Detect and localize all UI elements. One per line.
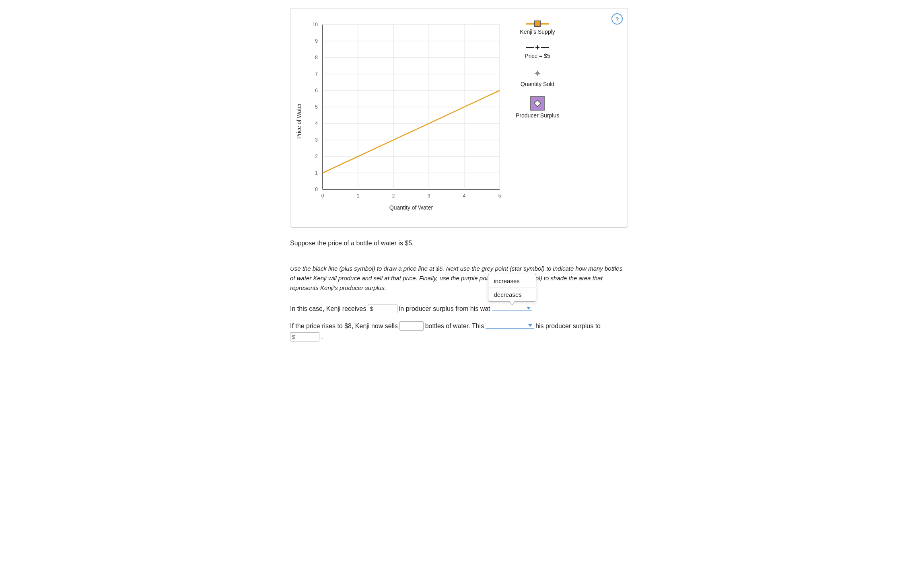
chart-legend: Kenji's Supply Price = $5 ✦ Q <box>516 21 559 127</box>
q2-text-part1: If the price rises to $8, Kenji now sell… <box>290 323 398 330</box>
question-row-1: In this case, Kenji receives $ in produc… <box>290 304 628 313</box>
suppose-text: Suppose the price of a bottle of water i… <box>290 240 628 247</box>
dropdown-trigger-2[interactable] <box>486 323 534 329</box>
legend-surplus-label: Producer Surplus <box>516 112 559 119</box>
q1-text-part2: in producer surplus from his wat <box>399 305 490 313</box>
chevron-down-icon <box>527 307 531 310</box>
chart-svg[interactable]: Price of Water <box>294 16 504 218</box>
svg-text:4: 4 <box>463 193 466 199</box>
chart-area: Price of Water <box>294 16 620 219</box>
supply-line[interactable] <box>323 90 500 173</box>
surplus-to-input[interactable] <box>297 333 319 341</box>
legend-quantity: ✦ Quantity Sold <box>516 68 559 87</box>
legend-supply-label: Kenji's Supply <box>520 29 555 35</box>
surplus-to-input-wrap[interactable]: $ <box>290 332 319 341</box>
svg-text:2: 2 <box>315 154 318 159</box>
svg-text:3: 3 <box>315 137 318 143</box>
legend-supply: Kenji's Supply <box>516 21 559 35</box>
y-axis-label: Price of Water <box>296 103 302 139</box>
chart-card: ? Price of Water <box>290 8 628 228</box>
surplus-icon <box>530 96 545 111</box>
svg-text:8: 8 <box>315 55 318 60</box>
q2-text-part3: his producer surplus to <box>535 323 601 330</box>
dropdown-popup[interactable]: increases decreases <box>488 274 536 302</box>
svg-text:1: 1 <box>315 170 318 176</box>
bottles-sold-input[interactable] <box>399 321 424 331</box>
dollar-sign-1: $ <box>368 304 375 313</box>
dropdown-container-2[interactable] <box>486 323 534 329</box>
svg-text:9: 9 <box>315 38 318 44</box>
legend-price-label: Price = $5 <box>525 53 550 59</box>
dropdown-option-decreases[interactable]: decreases <box>488 288 536 301</box>
dollar-sign-2: $ <box>290 333 297 341</box>
svg-text:2: 2 <box>392 193 395 199</box>
x-axis-label: Quantity of Water <box>389 204 433 211</box>
producer-surplus-input-wrap[interactable]: $ <box>368 304 397 313</box>
q2-end: . <box>321 333 323 341</box>
dropdown-option-increases[interactable]: increases <box>488 274 536 288</box>
producer-surplus-input[interactable] <box>375 304 397 313</box>
supply-icon <box>526 21 549 27</box>
q2-text-part2: bottles of water. This <box>425 323 484 330</box>
svg-text:10: 10 <box>313 22 318 27</box>
legend-price: Price = $5 <box>516 44 559 59</box>
question-row-2: If the price rises to $8, Kenji now sell… <box>290 321 628 341</box>
svg-text:3: 3 <box>428 193 430 199</box>
dropdown-trigger[interactable] <box>492 306 532 311</box>
legend-surplus: Producer Surplus <box>516 96 559 119</box>
svg-text:0: 0 <box>321 193 324 199</box>
chevron-down-icon-2 <box>528 324 532 327</box>
dropdown-container[interactable]: increases decreases <box>492 306 532 311</box>
svg-text:7: 7 <box>315 71 318 77</box>
svg-text:1: 1 <box>357 193 360 199</box>
svg-text:5: 5 <box>498 193 501 199</box>
instruction-text: Use the black line (plus symbol) to draw… <box>290 264 628 293</box>
svg-text:6: 6 <box>315 88 318 93</box>
qty-icon: ✦ <box>533 68 541 79</box>
svg-text:0: 0 <box>315 187 318 192</box>
svg-text:5: 5 <box>315 104 318 110</box>
q1-text-part1: In this case, Kenji receives <box>290 305 366 313</box>
legend-quantity-label: Quantity Sold <box>521 81 554 87</box>
chart-svg-wrap: Price of Water <box>294 16 504 219</box>
svg-text:4: 4 <box>315 121 318 126</box>
price-icon <box>526 44 549 51</box>
help-button[interactable]: ? <box>611 13 623 25</box>
